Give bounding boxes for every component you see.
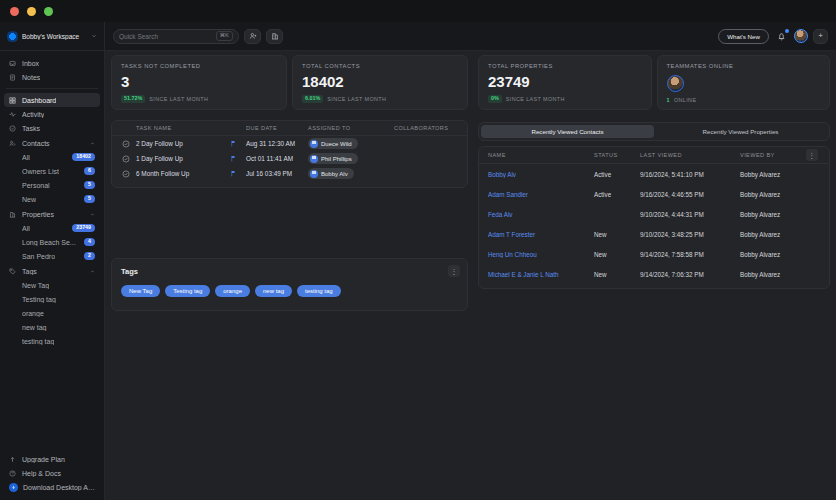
add-property-button[interactable]: [266, 29, 283, 44]
viewed-by: Bobby Alvarez: [740, 251, 806, 258]
search-input[interactable]: [119, 33, 212, 40]
tags-card-title: Tags: [121, 267, 458, 276]
stat-card-total-contacts: TOTAL CONTACTS 18402 6.01% SINCE LAST MO…: [292, 55, 468, 110]
sidebar-section-tags[interactable]: Tags: [4, 264, 100, 278]
sidebar-item-tag-testing-tag[interactable]: Testing tag: [4, 292, 100, 306]
last-viewed: 9/10/2024, 3:48:25 PM: [640, 231, 740, 238]
tag-pill[interactable]: New Tag: [121, 285, 160, 297]
task-name[interactable]: 6 Month Follow Up: [136, 170, 230, 177]
user-avatar[interactable]: [794, 29, 808, 43]
add-contact-button[interactable]: [244, 29, 261, 44]
building-icon: [271, 32, 279, 40]
table-row: Adam T Forester New 9/10/2024, 3:48:25 P…: [479, 224, 829, 244]
assignee-chip[interactable]: Phil Phillips: [308, 153, 358, 164]
sidebar-item-owners-list[interactable]: Owners List 6: [4, 164, 100, 178]
contact-link[interactable]: Bobby Alv: [488, 171, 594, 178]
notifications-button[interactable]: [774, 29, 789, 44]
assignee-chip[interactable]: Duece Wild: [308, 138, 358, 149]
task-complete-checkbox[interactable]: [122, 155, 136, 163]
download-desktop-app-button[interactable]: Download Desktop App: [4, 480, 100, 494]
viewed-by: Bobby Alvarez: [740, 211, 806, 218]
table-row: Feda Alv 9/10/2024, 4:44:31 PM Bobby Alv…: [479, 204, 829, 224]
sidebar-item-personal[interactable]: Personal 5: [4, 178, 100, 192]
recent-table-menu-button[interactable]: ⋮: [806, 149, 818, 161]
zoom-window-button[interactable]: [44, 7, 53, 16]
stat-card-total-properties: TOTAL PROPERTIES 23749 0% SINCE LAST MON…: [478, 55, 652, 110]
tags-card: Tags ⋮ New Tag Testing tag orange new ta…: [111, 258, 468, 311]
last-viewed: 9/14/2024, 7:58:58 PM: [640, 251, 740, 258]
count-badge: 18402: [72, 153, 95, 161]
note-icon: [9, 74, 17, 81]
table-row: Heng Un Chheou New 9/14/2024, 7:58:58 PM…: [479, 244, 829, 264]
close-window-button[interactable]: [10, 7, 19, 16]
contact-status: New: [594, 251, 640, 258]
sidebar-divider: [6, 88, 98, 89]
tags-menu-button[interactable]: ⋮: [448, 265, 460, 277]
contact-link[interactable]: Heng Un Chheou: [488, 251, 594, 258]
contact-status: Active: [594, 191, 640, 198]
tag-icon: [9, 268, 17, 275]
window-titlebar: [0, 0, 836, 22]
tab-recently-viewed-properties[interactable]: Recently Viewed Properties: [654, 125, 827, 138]
teammate-avatar[interactable]: [667, 75, 684, 92]
recently-viewed-tabs: Recently Viewed Contacts Recently Viewed…: [478, 122, 830, 141]
viewed-by: Bobby Alvarez: [740, 271, 806, 278]
viewed-by: Bobby Alvarez: [740, 191, 806, 198]
tag-pill[interactable]: orange: [215, 285, 250, 297]
quick-add-button[interactable]: +: [813, 29, 828, 44]
tag-pill[interactable]: testing tag: [297, 285, 341, 297]
sidebar-item-long-beach[interactable]: Long Beach Se... 4: [4, 235, 100, 249]
stat-value: 3: [121, 74, 277, 89]
delta-badge: 6.01%: [302, 95, 323, 103]
minimize-window-button[interactable]: [27, 7, 36, 16]
tag-pill[interactable]: Testing tag: [165, 285, 210, 297]
contact-link[interactable]: Feda Alv: [488, 211, 594, 218]
upgrade-plan-button[interactable]: Upgrade Plan: [4, 452, 100, 466]
sidebar-item-contacts-all[interactable]: All 18402: [4, 150, 100, 164]
recent-table-header: NAME STATUS LAST VIEWED VIEWED BY ⋮: [479, 147, 829, 164]
sidebar: Inbox Notes Dashboard Activity Tasks: [0, 51, 105, 500]
sidebar-item-activity[interactable]: Activity: [4, 107, 100, 121]
sidebar-item-tag-new-tag[interactable]: New Tag: [4, 278, 100, 292]
sidebar-item-dashboard[interactable]: Dashboard: [4, 93, 100, 107]
whats-new-button[interactable]: What's New: [718, 29, 769, 44]
online-count: 1: [667, 97, 670, 103]
task-row: 2 Day Follow Up Aug 31 12:30 AM Duece Wi…: [112, 136, 467, 151]
sidebar-item-new[interactable]: New 5: [4, 192, 100, 206]
assignee-chip[interactable]: Bobby Alv: [308, 168, 354, 179]
contact-link[interactable]: Adam Sandler: [488, 191, 594, 198]
sidebar-item-tag-new-tag-2[interactable]: new tag: [4, 320, 100, 334]
properties-icon: [9, 211, 17, 218]
delta-badge: 51.72%: [121, 95, 145, 103]
tag-pill[interactable]: new tag: [255, 285, 292, 297]
table-row: Bobby Alv Active 9/16/2024, 5:41:10 PM B…: [479, 164, 829, 184]
sidebar-item-inbox[interactable]: Inbox: [4, 56, 100, 70]
notification-dot: [785, 29, 789, 33]
viewed-by: Bobby Alvarez: [740, 231, 806, 238]
contact-link[interactable]: Michael E & Janie L Nath: [488, 271, 594, 278]
sidebar-item-tasks[interactable]: Tasks: [4, 121, 100, 135]
sidebar-item-tag-orange[interactable]: orange: [4, 306, 100, 320]
table-row: Michael E & Janie L Nath New 9/14/2024, …: [479, 264, 829, 284]
workspace-switcher[interactable]: Bobby's Workspace: [0, 22, 105, 50]
tab-recently-viewed-contacts[interactable]: Recently Viewed Contacts: [481, 125, 654, 138]
bell-icon: [777, 32, 786, 41]
sidebar-item-properties-all[interactable]: All 23749: [4, 221, 100, 235]
sidebar-item-tag-testing-tag-2[interactable]: testing tag: [4, 334, 100, 348]
search-shortcut-badge: ⌘K: [216, 31, 233, 41]
contact-status: New: [594, 231, 640, 238]
sidebar-item-notes[interactable]: Notes: [4, 70, 100, 84]
sidebar-section-properties[interactable]: Properties: [4, 207, 100, 221]
task-complete-checkbox[interactable]: [122, 140, 136, 148]
chevron-up-icon: [90, 269, 95, 274]
task-name[interactable]: 2 Day Follow Up: [136, 140, 230, 147]
task-complete-checkbox[interactable]: [122, 170, 136, 178]
workspace-logo: [7, 31, 18, 42]
sidebar-section-contacts[interactable]: Contacts: [4, 136, 100, 150]
contact-link[interactable]: Adam T Forester: [488, 231, 594, 238]
sidebar-item-san-pedro[interactable]: San Pedro 2: [4, 249, 100, 263]
task-name[interactable]: 1 Day Follow Up: [136, 155, 230, 162]
help-docs-button[interactable]: Help & Docs: [4, 466, 100, 480]
assignee-avatar: [310, 140, 318, 148]
person-add-icon: [249, 32, 257, 40]
